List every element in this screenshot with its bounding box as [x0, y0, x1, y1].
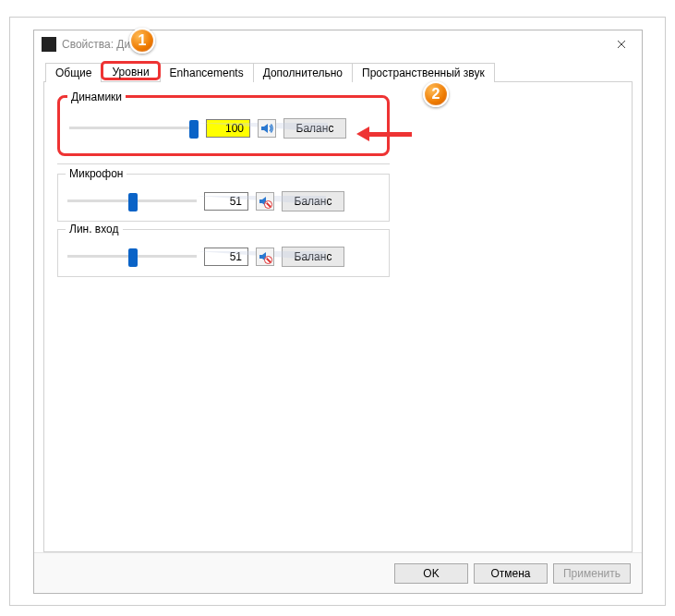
- sound-muted-icon[interactable]: [256, 192, 274, 211]
- sound-icon[interactable]: [258, 119, 276, 138]
- linein-group: Лин. вход 51 Баланс: [57, 229, 390, 277]
- tab-levels-panel: Динамики 100 Баланс Микрофон: [43, 82, 633, 552]
- titlebar: Свойства: Ди: [34, 30, 642, 58]
- linein-row: 51 Баланс: [67, 247, 380, 267]
- callout-badge-1: 1: [129, 28, 155, 54]
- speakers-slider[interactable]: [69, 118, 199, 139]
- dialog-content: Общие Уровни Enhancements Дополнительно …: [43, 62, 633, 552]
- separator: [57, 163, 390, 164]
- tab-levels[interactable]: Уровни: [101, 61, 160, 80]
- callout-badge-2: 2: [423, 81, 449, 107]
- sound-muted-icon[interactable]: [256, 248, 274, 266]
- close-icon[interactable]: [600, 30, 642, 58]
- ok-button[interactable]: OK: [394, 563, 468, 584]
- microphone-row: 51 Баланс: [67, 191, 380, 211]
- tab-advanced[interactable]: Дополнительно: [253, 63, 353, 82]
- tab-general[interactable]: Общие: [45, 63, 102, 82]
- callout-arrow: [368, 132, 412, 137]
- dialog-footer: OK Отмена Применить: [34, 552, 642, 593]
- speakers-row: 100 Баланс: [69, 118, 378, 139]
- tabstrip: Общие Уровни Enhancements Дополнительно …: [43, 62, 633, 82]
- speakers-label: Динамики: [67, 91, 126, 103]
- speakers-group: Динамики 100 Баланс: [57, 95, 390, 156]
- microphone-group: Микрофон 51 Баланс: [57, 174, 390, 222]
- speaker-app-icon: [42, 37, 56, 52]
- linein-slider[interactable]: [67, 247, 197, 267]
- cancel-button[interactable]: Отмена: [474, 563, 548, 584]
- microphone-slider[interactable]: [67, 191, 197, 211]
- apply-button[interactable]: Применить: [553, 563, 631, 584]
- tab-enhancements[interactable]: Enhancements: [160, 63, 254, 82]
- linein-label: Лин. вход: [66, 223, 123, 236]
- window-title: Свойства: Ди: [62, 38, 130, 51]
- tab-spatial[interactable]: Пространственный звук: [352, 63, 495, 82]
- properties-dialog: Свойства: Ди Общие Уровни Enhancements Д…: [33, 30, 643, 594]
- microphone-label: Микрофон: [66, 167, 127, 180]
